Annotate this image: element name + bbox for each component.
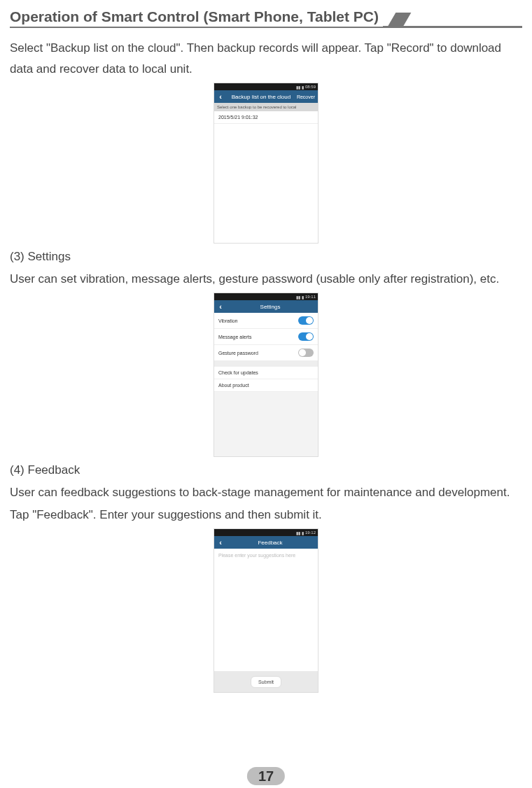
phone-screenshot-settings: ▮▮ ▮ 19:11 ‹ Settings Vibration Message …: [214, 293, 318, 457]
back-button[interactable]: ‹: [216, 92, 225, 101]
page-number: 17: [247, 767, 285, 785]
recover-button[interactable]: Recover: [297, 94, 316, 99]
back-button[interactable]: ‹: [216, 538, 225, 547]
backup-record[interactable]: 2015/5/21 9:01:32: [214, 111, 318, 124]
screen-title: Settings: [225, 304, 315, 310]
submit-button[interactable]: Submit: [251, 676, 281, 688]
status-time: 08:59: [305, 85, 316, 89]
setting-label: Vibration: [218, 318, 238, 323]
section-4-body-2: Tap "Feedback". Enter your suggestions a…: [10, 505, 522, 526]
battery-icon: ▮: [302, 295, 304, 300]
battery-icon: ▮: [302, 85, 304, 90]
subheading: Select one backup to be recovered to loc…: [214, 103, 318, 111]
section-3-title: (3) Settings: [10, 246, 522, 267]
status-bar: ▮▮ ▮ 19:12: [214, 529, 318, 536]
setting-label: Check for updates: [218, 370, 258, 375]
phone-screenshot-backup: ▮▮ ▮ 08:59 ‹ Backup list on the cloud Re…: [214, 83, 318, 244]
setting-row-vibration[interactable]: Vibration: [214, 313, 318, 329]
phone-screenshot-feedback: ▮▮ ▮ 19:12 ‹ Feedback Please enter your …: [214, 528, 318, 693]
status-bar: ▮▮ ▮ 19:11: [214, 293, 318, 300]
divider: [214, 361, 318, 367]
status-time: 19:12: [305, 530, 316, 535]
backup-record-label: 2015/5/21 9:01:32: [218, 115, 258, 120]
vibration-toggle[interactable]: [298, 316, 314, 325]
title-bar: ‹ Settings: [214, 300, 318, 313]
back-button[interactable]: ‹: [216, 302, 225, 311]
empty-area: [214, 392, 318, 456]
title-bar: ‹ Feedback: [214, 536, 318, 549]
signal-icon: ▮▮: [296, 530, 300, 535]
gesture-password-toggle[interactable]: [298, 349, 314, 357]
signal-icon: ▮▮: [296, 295, 300, 300]
setting-label: Message alerts: [218, 335, 251, 339]
setting-label: Gesture password: [218, 351, 258, 356]
setting-row-message-alerts[interactable]: Message alerts: [214, 329, 318, 345]
screen-title: Feedback: [225, 540, 315, 546]
screen-title: Backup list on the cloud: [225, 94, 297, 100]
status-time: 19:11: [305, 295, 316, 299]
feedback-textarea[interactable]: Please enter your suggestions here: [214, 549, 318, 671]
setting-label: About product: [218, 383, 249, 388]
empty-area: [214, 124, 318, 243]
section-3-body: User can set vibration, message alerts, …: [10, 269, 522, 290]
setting-row-gesture-password[interactable]: Gesture password: [214, 345, 318, 361]
submit-bar: Submit: [214, 671, 318, 692]
message-alerts-toggle[interactable]: [298, 332, 314, 341]
section-4-body: User can feedback suggestions to back-st…: [10, 482, 522, 503]
setting-row-check-updates[interactable]: Check for updates: [214, 367, 318, 379]
status-bar: ▮▮ ▮ 08:59: [214, 83, 318, 90]
page-header: Operation of Smart Control (Smart Phone,…: [10, 7, 522, 31]
section-4-title: (4) Feedback: [10, 460, 522, 481]
battery-icon: ▮: [302, 530, 304, 535]
paragraph-backup: Select "Backup list on the cloud". Then …: [10, 38, 522, 80]
signal-icon: ▮▮: [296, 85, 300, 90]
setting-row-about-product[interactable]: About product: [214, 379, 318, 392]
title-bar: ‹ Backup list on the cloud Recover: [214, 90, 318, 103]
page-title: Operation of Smart Control (Smart Phone,…: [10, 7, 383, 27]
